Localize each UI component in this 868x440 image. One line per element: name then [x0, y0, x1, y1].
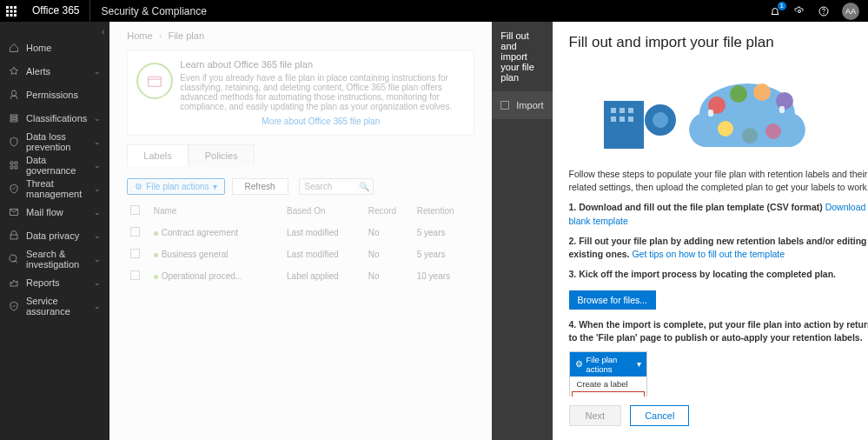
status-dot-icon: [154, 231, 158, 236]
col-based[interactable]: Based On: [283, 200, 365, 222]
nav-icon: [9, 207, 19, 217]
notification-badge: 1: [778, 2, 786, 10]
svg-rect-30: [779, 106, 785, 113]
tab-policies[interactable]: Policies: [189, 144, 255, 166]
row-checkbox[interactable]: [130, 249, 140, 258]
learn-more-link[interactable]: More about Office 365 file plan: [180, 117, 461, 126]
nav-item-alerts[interactable]: Alerts⌄: [0, 59, 109, 83]
svg-rect-5: [14, 10, 17, 12]
chevron-down-icon: ⌄: [94, 161, 101, 170]
table-row[interactable]: Operational proced...Label appliedNo10 y…: [127, 265, 474, 287]
flyout-title: Fill out and import your file plan: [569, 34, 774, 51]
actions-menu-illustration: ⚙File plan actions▾ Create a label Publi…: [569, 351, 647, 397]
svg-point-26: [718, 121, 733, 137]
import-flyout: Fill out and import your file plan ✕ Fol…: [553, 22, 869, 440]
svg-rect-17: [611, 117, 616, 122]
nav-item-mail-flow[interactable]: Mail flow⌄: [0, 200, 109, 223]
nav-item-home[interactable]: Home: [0, 36, 109, 59]
svg-rect-4: [10, 10, 12, 12]
table-row[interactable]: Contract agreementLast modifiedNo5 years: [127, 222, 474, 243]
nav-item-permissions[interactable]: Permissions: [0, 83, 109, 106]
wizard-step-import[interactable]: Import: [492, 91, 552, 119]
svg-rect-0: [6, 6, 9, 9]
step1-text: 1. Download and fill out the file plan t…: [569, 202, 825, 212]
chevron-down-icon: ⌄: [94, 255, 101, 263]
status-dot-icon: [154, 275, 158, 279]
wizard-steps-panel: Fill out and import your file plan Impor…: [492, 22, 552, 440]
help-icon[interactable]: [818, 5, 830, 17]
breadcrumb-home[interactable]: Home: [127, 30, 152, 41]
status-dot-icon: [154, 253, 158, 257]
svg-rect-7: [10, 14, 12, 17]
col-record[interactable]: Record: [365, 200, 414, 222]
select-all-checkbox[interactable]: [130, 205, 140, 215]
row-checkbox[interactable]: [130, 227, 140, 237]
svg-rect-29: [708, 110, 713, 117]
nav-icon: [9, 43, 19, 53]
nav-icon: [9, 230, 19, 241]
file-plan-actions-button[interactable]: ⚙ File plan actions ▾: [127, 178, 224, 195]
nav-icon: [9, 301, 19, 311]
search-input[interactable]: [305, 182, 357, 191]
app-launcher-icon[interactable]: [0, 0, 22, 22]
gear-icon: ⚙: [135, 182, 142, 191]
nav-item-threat-management[interactable]: Threat management⌄: [0, 177, 109, 200]
chevron-down-icon: ▾: [213, 182, 217, 191]
cancel-button[interactable]: Cancel: [630, 405, 689, 426]
nav-icon: [9, 90, 19, 100]
product-name[interactable]: Office 365: [22, 0, 90, 22]
labels-table: Name Based On Record Retention Contract …: [127, 200, 474, 287]
table-row[interactable]: Business generalLast modifiedNo5 years: [127, 243, 474, 265]
nav-item-reports[interactable]: Reports⌄: [0, 270, 109, 294]
next-button: Next: [569, 405, 622, 426]
svg-point-27: [742, 128, 758, 143]
col-retention[interactable]: Retention: [414, 200, 475, 222]
settings-icon[interactable]: [793, 5, 805, 17]
svg-rect-12: [149, 77, 162, 86]
svg-point-25: [776, 92, 793, 110]
learn-card: Learn about Office 365 file plan Even if…: [127, 50, 474, 136]
refresh-button[interactable]: Refresh: [232, 178, 288, 195]
svg-point-24: [753, 83, 771, 101]
svg-rect-6: [6, 14, 9, 17]
svg-rect-3: [6, 10, 9, 12]
collapse-nav-icon[interactable]: ‹: [102, 27, 104, 37]
nav-item-service-assurance[interactable]: Service assurance⌄: [0, 294, 109, 317]
svg-point-9: [798, 10, 801, 12]
left-nav: ‹ HomeAlerts⌄PermissionsClassifications⌄…: [0, 22, 109, 440]
browse-files-button[interactable]: Browse for files...: [569, 290, 657, 310]
nav-item-data-governance[interactable]: Data governance⌄: [0, 153, 109, 177]
search-icon: 🔍: [359, 182, 369, 191]
col-name[interactable]: Name: [150, 200, 283, 222]
nav-item-classifications[interactable]: Classifications⌄: [0, 106, 109, 130]
wizard-steps-title: Fill out and import your file plan: [492, 22, 552, 91]
svg-rect-15: [620, 108, 625, 113]
tab-labels[interactable]: Labels: [127, 144, 188, 166]
nav-item-data-privacy[interactable]: Data privacy⌄: [0, 223, 109, 247]
learn-illustration-icon: [136, 63, 173, 99]
chevron-down-icon: ▾: [637, 359, 641, 369]
chevron-down-icon: ⌄: [94, 231, 101, 240]
learn-title: Learn about Office 365 file plan: [180, 59, 461, 70]
svg-rect-16: [628, 108, 633, 113]
top-bar: Office 365 Security & Compliance 1 AA: [0, 0, 868, 22]
nav-icon: [9, 137, 19, 147]
chevron-down-icon: ⌄: [94, 114, 101, 123]
nav-item-data-loss-prevention[interactable]: Data loss prevention⌄: [0, 130, 109, 153]
chevron-down-icon: ⌄: [94, 302, 101, 310]
nav-icon: [9, 160, 19, 170]
avatar[interactable]: AA: [842, 3, 859, 20]
svg-rect-14: [611, 108, 616, 113]
svg-rect-19: [628, 117, 633, 122]
svg-rect-1: [10, 6, 12, 9]
step-indicator-icon: [500, 101, 509, 110]
search-box[interactable]: 🔍: [299, 178, 374, 195]
area-name[interactable]: Security & Compliance: [90, 5, 216, 17]
breadcrumb: Home › File plan: [109, 22, 492, 44]
step3-text: 3. Kick off the import process by locati…: [569, 269, 836, 279]
flyout-intro: Follow these steps to populate your file…: [569, 168, 869, 194]
notifications-icon[interactable]: 1: [769, 5, 781, 17]
nav-item-search-investigation[interactable]: Search & investigation⌄: [0, 247, 109, 270]
tips-link[interactable]: Get tips on how to fill out the template: [632, 249, 785, 259]
row-checkbox[interactable]: [130, 270, 140, 280]
